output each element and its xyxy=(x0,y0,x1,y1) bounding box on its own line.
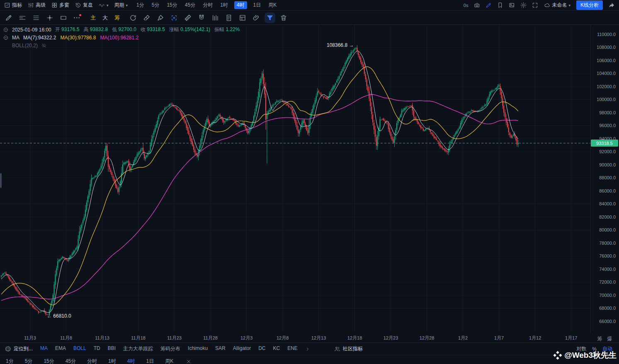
note-icon[interactable] xyxy=(225,14,233,22)
bottom-timeframe-15分[interactable]: 15分 xyxy=(43,357,55,364)
toggle-主[interactable]: 主 xyxy=(90,14,96,22)
expand-icon[interactable] xyxy=(532,2,538,8)
ruler-icon[interactable] xyxy=(184,14,192,22)
kline-analysis-button[interactable]: K线分析 xyxy=(576,0,603,10)
menu-label: 指标 xyxy=(12,2,22,9)
ma-value: MA(7):94322.2 xyxy=(23,35,56,41)
brush-icon[interactable] xyxy=(157,14,164,22)
timeframe-分时[interactable]: 分时 xyxy=(201,1,214,9)
more-icon[interactable]: ··· xyxy=(73,14,81,22)
funnel-icon[interactable] xyxy=(266,14,274,22)
timeframe-周K[interactable]: 周K xyxy=(267,1,278,9)
crosshair-icon[interactable] xyxy=(46,14,53,22)
indicator-tab-SAR[interactable]: SAR xyxy=(215,345,226,352)
drawing-toolbar: ··· 主大筹 xyxy=(0,11,619,25)
period-label: 周期 xyxy=(114,2,124,9)
list-icon[interactable] xyxy=(32,14,40,22)
clip-icon[interactable] xyxy=(252,14,260,22)
template-icon[interactable] xyxy=(239,14,246,22)
timeframe-15分[interactable]: 15分 xyxy=(165,1,178,9)
watermark-text: @Web3秋先生 xyxy=(564,350,617,361)
eye-off-icon[interactable] xyxy=(41,43,46,48)
wave-style-dropdown[interactable]: ▾ xyxy=(99,2,109,8)
wave-icon xyxy=(99,2,105,8)
indicator-tab-Alligator[interactable]: Alligator xyxy=(233,345,251,352)
indicator-tab-BOLL[interactable]: BOLL xyxy=(73,345,86,352)
time-axis[interactable]: 11月311月811月1311月1811月2311月2812月312月812月1… xyxy=(0,333,590,342)
indicator-tab-BBI[interactable]: BBI xyxy=(108,345,116,352)
menu-高级[interactable]: 高级 xyxy=(28,2,46,9)
bottom-timeframe-1日[interactable]: 1日 xyxy=(145,357,155,364)
topbar-left: 指标高级多窗复盘 ▾ 周期▾ 1分5分15分45分分时1时4时1日周K xyxy=(4,1,278,9)
indicator-tab-TD[interactable]: TD xyxy=(94,345,100,352)
timeframe-1日[interactable]: 1日 xyxy=(252,1,262,9)
period-dropdown[interactable]: 周期▾ xyxy=(114,2,128,9)
magnet-icon[interactable] xyxy=(198,14,205,22)
indicator-tab-Ichimoku[interactable]: Ichimoku xyxy=(188,345,208,352)
bottom-timeframe-5分[interactable]: 5分 xyxy=(24,357,34,364)
field-value: 93318.5 xyxy=(147,27,165,32)
camera-icon[interactable] xyxy=(474,2,480,8)
pin-icon[interactable] xyxy=(497,2,503,8)
chevron-right-icon[interactable] xyxy=(305,347,310,352)
corner-button-爆[interactable]: 爆 xyxy=(607,335,612,342)
menu-label: 复盘 xyxy=(83,2,93,9)
community-indicators-button[interactable]: 社区指标 xyxy=(334,345,363,352)
toggle-大[interactable]: 大 xyxy=(102,14,108,22)
indicator-tab-DC[interactable]: DC xyxy=(258,345,265,352)
menu-多窗[interactable]: 多窗 xyxy=(51,2,69,9)
candlestick-chart[interactable]: 108366.8 →← 66810.0 xyxy=(0,25,590,333)
bottom-timeframe-4时[interactable]: 4时 xyxy=(126,357,136,364)
pencil-icon[interactable] xyxy=(5,14,12,22)
collapse-row-icon[interactable] xyxy=(3,35,8,40)
collapse-row-icon[interactable] xyxy=(3,27,8,32)
bottom-timeframe-45分[interactable]: 45分 xyxy=(65,357,77,364)
eraser-icon[interactable] xyxy=(143,14,151,22)
indicator-tab-ENE[interactable]: ENE xyxy=(287,345,298,352)
rangesel-icon[interactable] xyxy=(170,14,178,22)
indicator-tab-KC[interactable]: KC xyxy=(273,345,280,352)
timeframe-1分[interactable]: 1分 xyxy=(135,1,146,9)
watermark: @Web3秋先生 xyxy=(553,350,617,361)
menu-复盘[interactable]: 复盘 xyxy=(75,2,93,9)
timeframe-5分[interactable]: 5分 xyxy=(151,1,161,9)
indicator-tab-筹码分布[interactable]: 筹码分布 xyxy=(160,345,180,352)
pane-resize-handle[interactable] xyxy=(0,173,2,188)
close-icon[interactable] xyxy=(186,359,191,364)
price-axis[interactable]: 110000.0108000.0106000.0104000.0102000.0… xyxy=(590,25,619,333)
trash-icon[interactable] xyxy=(280,14,287,22)
refresh-icon[interactable] xyxy=(129,14,137,22)
pencil-icon[interactable] xyxy=(485,2,492,8)
bottom-timeframe-周K[interactable]: 周K xyxy=(164,357,174,364)
bottom-timeframe-分时[interactable]: 分时 xyxy=(86,357,98,364)
bottom-timeframe-1时[interactable]: 1时 xyxy=(107,357,117,364)
timeframe-1时[interactable]: 1时 xyxy=(219,1,229,9)
corner-button-筹[interactable]: 筹 xyxy=(597,335,602,342)
menu-指标[interactable]: 指标 xyxy=(4,2,22,9)
indicator-tab-MA[interactable]: MA xyxy=(40,345,48,352)
layout-name: 未命名 xyxy=(552,2,567,9)
measure-icon[interactable] xyxy=(19,14,26,22)
chart-area[interactable]: 108366.8 →← 66810.0 2025-01-09 16:00 开 9… xyxy=(0,25,619,342)
rect-icon[interactable] xyxy=(60,14,67,22)
bottom-timeframe-1分[interactable]: 1分 xyxy=(5,357,15,364)
y-axis-tick: 96000.0 xyxy=(599,123,616,128)
y-axis-tick: 66000.0 xyxy=(599,319,616,324)
x-axis-label: 1月7 xyxy=(487,335,512,341)
pattern-icon[interactable] xyxy=(211,14,219,22)
image-icon[interactable] xyxy=(509,2,515,8)
indicator-tab-EMA[interactable]: EMA xyxy=(55,345,66,352)
indicator-tab-主力大单跟踪[interactable]: 主力大单跟踪 xyxy=(123,345,153,352)
timeframe-4时[interactable]: 4时 xyxy=(234,1,247,9)
locate-button[interactable]: 定位到... xyxy=(5,345,33,352)
watermark-logo-icon xyxy=(553,351,562,360)
timeframe-45分[interactable]: 45分 xyxy=(184,1,197,9)
y-axis-tick: 106000.0 xyxy=(597,58,616,63)
share-icon[interactable] xyxy=(609,2,615,8)
y-axis-tick: 72000.0 xyxy=(599,280,616,284)
chart-info-overlay: 2025-01-09 16:00 开 93176.5高 93832.8低 927… xyxy=(3,26,240,49)
toggle-筹[interactable]: 筹 xyxy=(114,14,120,22)
chevron-down-icon: ▾ xyxy=(107,3,109,7)
gear-icon[interactable] xyxy=(520,2,527,8)
layout-cloud-dropdown[interactable]: 未命名 ▾ xyxy=(544,2,570,9)
